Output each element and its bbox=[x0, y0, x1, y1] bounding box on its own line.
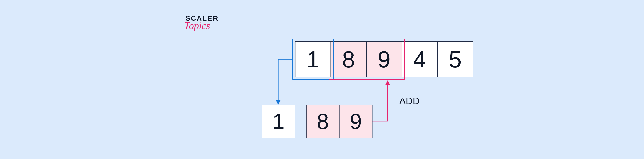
top-cell-4: 5 bbox=[437, 41, 473, 77]
scaler-topics-logo: SCALER Topics bbox=[186, 14, 219, 32]
top-cell-3: 4 bbox=[402, 41, 438, 77]
pink-arrow bbox=[372, 81, 388, 121]
add-label: ADD bbox=[399, 95, 420, 106]
top-array: 1 8 9 4 5 bbox=[295, 41, 473, 77]
top-cell-2: 9 bbox=[366, 41, 402, 77]
top-cell-1: 8 bbox=[330, 41, 366, 77]
top-cell-0: 1 bbox=[295, 41, 331, 77]
bottom-pair-0: 8 bbox=[306, 105, 340, 138]
bottom-single-cell: 1 bbox=[262, 105, 295, 138]
bottom-pair-1: 9 bbox=[339, 105, 372, 138]
blue-arrow bbox=[278, 59, 292, 104]
bottom-pair-cells: 8 9 bbox=[306, 105, 372, 138]
